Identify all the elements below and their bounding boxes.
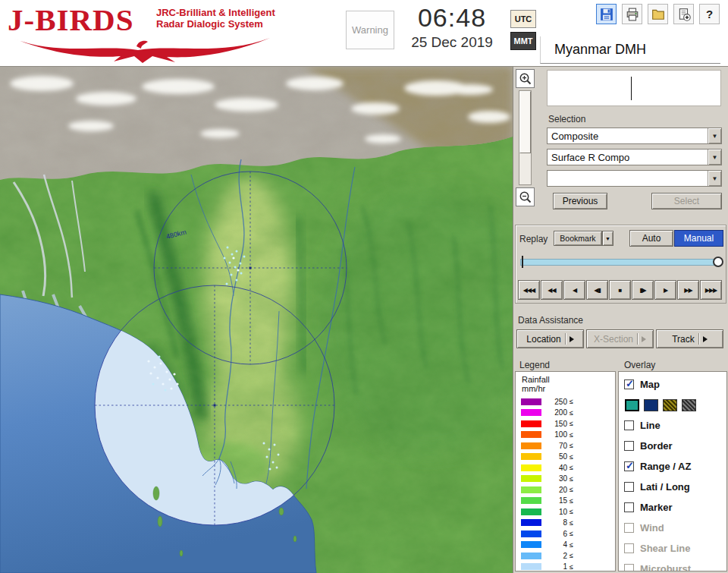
save-button[interactable]: [596, 4, 617, 24]
overlay-item-border[interactable]: Border: [624, 436, 726, 456]
extra-dropdown[interactable]: ▼: [547, 170, 722, 187]
legend-le-sign: ≤: [570, 409, 573, 417]
magnifier-minus-icon: [519, 190, 532, 204]
overlay-item-line[interactable]: Line: [624, 415, 726, 436]
help-button[interactable]: ?: [699, 4, 720, 24]
product-dropdown[interactable]: Composite ▼: [547, 128, 722, 144]
manual-button[interactable]: Manual: [674, 230, 723, 247]
bookmark-button[interactable]: Bookmark: [554, 231, 602, 246]
legend-color-swatch: [521, 541, 541, 548]
overlay-item-wind[interactable]: Wind: [624, 518, 726, 538]
overlay-checkbox[interactable]: [624, 564, 634, 571]
map-style-swatches: [624, 395, 726, 415]
legend-color-swatch: [521, 530, 541, 537]
chevron-down-icon[interactable]: ▼: [708, 150, 721, 165]
stop-button[interactable]: ■: [609, 280, 631, 300]
legend-row: 30 ≤: [516, 474, 615, 485]
play-reverse-button[interactable]: ◀: [563, 280, 585, 300]
bookmark-dropdown-arrow[interactable]: ▼: [602, 231, 613, 246]
fast-rewind-button[interactable]: ◀◀: [541, 280, 563, 300]
legend-le-sign: ≤: [570, 486, 573, 493]
step-back-button[interactable]: ◀▮: [586, 280, 608, 300]
overlay-checkbox[interactable]: [624, 482, 634, 492]
replay-section: Replay Bookmark ▼ Auto Manual ◀◀◀◀◀◀◀▮■▮…: [515, 225, 726, 304]
overlay-item-microburst[interactable]: Microburst: [624, 559, 726, 571]
overlay-checkbox[interactable]: [624, 461, 634, 471]
utc-button[interactable]: UTC: [510, 10, 536, 28]
jump-end-button[interactable]: ▶▶▶: [700, 280, 722, 300]
legend-value: 150: [545, 420, 567, 428]
legend-color-swatch: [521, 409, 541, 416]
legend-color-swatch: [521, 464, 541, 471]
legend-le-sign: ≤: [570, 541, 573, 549]
map-style-swatch-3[interactable]: [663, 399, 677, 411]
print-button[interactable]: [622, 4, 642, 24]
text-caret: [631, 77, 632, 100]
chevron-down-icon[interactable]: ▼: [708, 171, 721, 186]
zoom-scrollbar[interactable]: [519, 90, 532, 185]
legend-color-swatch: [521, 497, 541, 504]
legend-color-swatch: [521, 519, 541, 526]
warning-button[interactable]: Warning: [346, 11, 394, 49]
zoom-scrollbar-thumb[interactable]: [519, 91, 531, 153]
legend-le-sign: ≤: [570, 431, 573, 439]
save-icon: [600, 8, 613, 21]
play-button[interactable]: ▶: [654, 280, 676, 300]
button-divider: [698, 333, 699, 345]
zoom-in-button[interactable]: [516, 69, 535, 88]
legend-unit: mm/hr: [522, 384, 615, 393]
legend-value: 8: [545, 518, 567, 527]
location-button[interactable]: Location: [516, 329, 584, 348]
open-folder-button[interactable]: [648, 4, 668, 24]
legend-color-swatch: [521, 442, 541, 449]
select-button[interactable]: Select: [651, 193, 722, 209]
export-button[interactable]: [673, 4, 694, 24]
selection-label: Selection: [548, 114, 585, 124]
legend-color-swatch: [521, 398, 541, 405]
chevron-down-icon[interactable]: ▼: [708, 128, 721, 143]
overlay-item-map[interactable]: Map: [624, 374, 726, 395]
legend-row: 200 ≤: [516, 408, 615, 419]
overlay-checkbox[interactable]: [624, 523, 634, 533]
station-title-text: Myanmar DMH: [554, 42, 646, 58]
legend-color-swatch: [521, 420, 541, 427]
xsection-button[interactable]: X-Section: [586, 329, 654, 348]
overlay-checkbox[interactable]: [624, 502, 634, 512]
overlay-checkbox[interactable]: [624, 441, 634, 451]
mmt-button[interactable]: MMT: [510, 32, 536, 50]
clock-date: 25 Dec 2019: [396, 34, 508, 51]
zoom-out-button[interactable]: [516, 187, 535, 206]
map-style-swatch-2[interactable]: [644, 399, 658, 411]
map-style-swatch-4[interactable]: [682, 399, 696, 411]
overlay-item-marker[interactable]: Marker: [624, 497, 726, 518]
jump-start-button[interactable]: ◀◀◀: [518, 280, 540, 300]
legend-panel: Rainfall mm/hr 250 ≤ 200 ≤ 150 ≤: [515, 371, 616, 571]
overlay-item-shear-line[interactable]: Shear Line: [624, 538, 726, 559]
legend-row: 10 ≤: [516, 506, 615, 518]
header: J-BIRDS JRC-Brilliant & Intelligent Rada…: [0, 0, 728, 67]
step-forward-button[interactable]: ▮▶: [632, 280, 654, 300]
track-button[interactable]: Track: [656, 329, 723, 348]
legend-row: 2 ≤: [516, 550, 615, 562]
previous-button[interactable]: Previous: [553, 193, 607, 209]
legend-le-sign: ≤: [570, 563, 573, 571]
overlay-item-lati-long[interactable]: Lati / Long: [624, 477, 726, 497]
help-icon: ?: [706, 8, 713, 20]
overlay-item-label: Microburst: [640, 563, 691, 571]
legend-row: 1 ≤: [516, 562, 615, 572]
legend-value: 1: [545, 562, 567, 571]
overlay-checkbox[interactable]: [624, 379, 634, 389]
time-slider-thumb[interactable]: [713, 257, 723, 267]
fast-forward-button[interactable]: ▶▶: [677, 280, 699, 300]
map-style-swatch-1[interactable]: [625, 399, 639, 411]
radar-map[interactable]: 480km: [0, 67, 513, 573]
overlay-checkbox[interactable]: [624, 420, 634, 430]
time-slider-track[interactable]: [520, 259, 722, 266]
time-slider[interactable]: [520, 256, 722, 268]
auto-button[interactable]: Auto: [629, 230, 673, 247]
overlay-item-range-az[interactable]: Range / AZ: [624, 456, 726, 477]
text-entry-field[interactable]: [547, 70, 721, 106]
legend-color-swatch: [521, 508, 541, 515]
subproduct-dropdown[interactable]: Surface R Compo ▼: [547, 149, 722, 165]
overlay-checkbox[interactable]: [624, 543, 634, 553]
